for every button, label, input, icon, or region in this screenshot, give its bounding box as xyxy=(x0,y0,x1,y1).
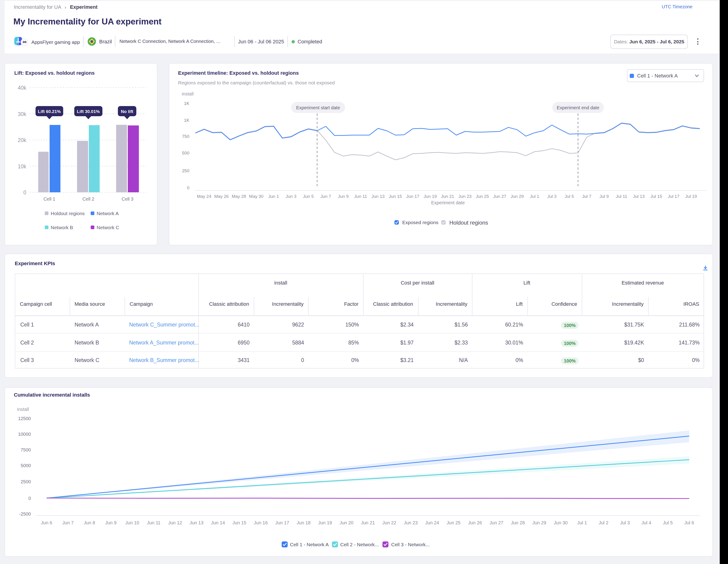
svg-text:500: 500 xyxy=(182,151,189,156)
svg-text:Network A: Network A xyxy=(97,211,119,216)
svg-text:Jun 8: Jun 8 xyxy=(84,520,95,525)
svg-text:Jun 20: Jun 20 xyxy=(340,520,353,525)
svg-text:Jun 6: Jun 6 xyxy=(41,520,52,525)
svg-text:-2500: -2500 xyxy=(19,511,31,516)
svg-text:0: 0 xyxy=(23,190,26,196)
svg-text:Jul 5: Jul 5 xyxy=(663,520,673,525)
svg-text:Jun 5: Jun 5 xyxy=(303,194,314,199)
svg-text:Jun 15: Jun 15 xyxy=(233,520,246,525)
svg-text:Jul 17: Jul 17 xyxy=(668,194,680,199)
svg-text:Holdout regions: Holdout regions xyxy=(51,211,85,216)
svg-text:Jun 13: Jun 13 xyxy=(371,194,385,199)
svg-text:30k: 30k xyxy=(18,111,27,117)
svg-text:Jun 9: Jun 9 xyxy=(105,520,116,525)
svg-text:May 28: May 28 xyxy=(232,194,246,199)
svg-text:May 26: May 26 xyxy=(214,194,229,199)
svg-text:Cell 1 - Network A: Cell 1 - Network A xyxy=(290,542,329,547)
svg-text:Jun 7: Jun 7 xyxy=(62,520,74,525)
svg-text:Jun 15: Jun 15 xyxy=(389,194,402,199)
svg-text:Network B: Network B xyxy=(51,225,73,230)
svg-text:Jul 1: Jul 1 xyxy=(577,520,587,525)
svg-text:Holdout regions: Holdout regions xyxy=(449,220,488,226)
svg-text:Jun 23: Jun 23 xyxy=(404,520,418,525)
svg-text:Jun 10: Jun 10 xyxy=(125,520,139,525)
svg-text:Jun 9: Jun 9 xyxy=(338,194,349,199)
svg-text:Lift 60.21%: Lift 60.21% xyxy=(38,109,61,114)
svg-text:Experiment end date: Experiment end date xyxy=(557,105,600,110)
svg-text:1K: 1K xyxy=(184,101,190,106)
svg-text:10000: 10000 xyxy=(18,432,31,437)
svg-text:2500: 2500 xyxy=(21,479,31,484)
svg-text:Cell 1: Cell 1 xyxy=(43,197,55,202)
svg-text:Jun 17: Jun 17 xyxy=(275,520,289,525)
svg-text:Jun 7: Jun 7 xyxy=(320,194,331,199)
svg-text:750: 750 xyxy=(182,134,189,139)
svg-text:Jun 29: Jun 29 xyxy=(532,520,546,525)
svg-text:Jul 13: Jul 13 xyxy=(633,194,645,199)
svg-text:Jun 22: Jun 22 xyxy=(382,520,396,525)
svg-text:Jul 1: Jul 1 xyxy=(530,194,539,199)
svg-text:Cell 2: Cell 2 xyxy=(82,197,94,202)
svg-text:Exposed regions: Exposed regions xyxy=(402,220,438,225)
svg-text:Jun 14: Jun 14 xyxy=(211,520,225,525)
svg-text:May 30: May 30 xyxy=(249,194,263,199)
svg-text:Jun 28: Jun 28 xyxy=(511,520,525,525)
svg-text:Jun 19: Jun 19 xyxy=(424,194,437,199)
svg-text:Jun 29: Jun 29 xyxy=(510,194,524,199)
svg-text:Jun 17: Jun 17 xyxy=(406,194,419,199)
svg-text:Jun 11: Jun 11 xyxy=(354,194,367,199)
svg-text:Cell 3: Cell 3 xyxy=(122,197,133,202)
svg-text:Jun 25: Jun 25 xyxy=(476,194,489,199)
svg-text:Jul 3: Jul 3 xyxy=(620,520,630,525)
svg-text:Jun 19: Jun 19 xyxy=(318,520,332,525)
svg-text:Experiment date: Experiment date xyxy=(431,200,465,205)
svg-text:Jul 7: Jul 7 xyxy=(582,194,591,199)
svg-text:Jul 15: Jul 15 xyxy=(650,194,662,199)
svg-text:0: 0 xyxy=(187,185,189,190)
svg-text:Jun 26: Jun 26 xyxy=(468,520,482,525)
svg-text:install: install xyxy=(182,91,194,96)
svg-text:10k: 10k xyxy=(18,164,27,170)
svg-text:Jun 21: Jun 21 xyxy=(441,194,454,199)
svg-text:Jul 5: Jul 5 xyxy=(565,194,574,199)
svg-text:Lift 30.01%: Lift 30.01% xyxy=(77,109,100,114)
svg-text:Jun 12: Jun 12 xyxy=(168,520,182,525)
svg-text:Jun 16: Jun 16 xyxy=(254,520,268,525)
svg-text:No lift: No lift xyxy=(121,109,133,114)
svg-text:5000: 5000 xyxy=(21,463,31,468)
svg-text:Jun 27: Jun 27 xyxy=(489,520,503,525)
svg-text:Jul 4: Jul 4 xyxy=(641,520,651,525)
svg-text:40k: 40k xyxy=(18,85,27,91)
svg-text:Cell 3 - Network...: Cell 3 - Network... xyxy=(391,542,430,547)
svg-text:7500: 7500 xyxy=(21,447,31,452)
svg-text:Jul 3: Jul 3 xyxy=(547,194,557,199)
svg-text:Experiment start date: Experiment start date xyxy=(296,105,340,110)
svg-text:Jun 21: Jun 21 xyxy=(361,520,375,525)
svg-text:Jun 25: Jun 25 xyxy=(447,520,460,525)
svg-text:Jul 11: Jul 11 xyxy=(616,194,627,199)
svg-text:Jun 11: Jun 11 xyxy=(147,520,161,525)
svg-text:Jun 3: Jun 3 xyxy=(286,194,296,199)
svg-text:Jul 6: Jul 6 xyxy=(684,520,694,525)
svg-text:Jun 27: Jun 27 xyxy=(493,194,506,199)
svg-text:12500: 12500 xyxy=(18,416,31,421)
svg-text:Jun 23: Jun 23 xyxy=(458,194,471,199)
svg-text:Jun 13: Jun 13 xyxy=(190,520,203,525)
svg-text:Jul 9: Jul 9 xyxy=(600,194,609,199)
svg-text:Cell 2 - Network...: Cell 2 - Network... xyxy=(340,542,379,547)
svg-text:Jun 30: Jun 30 xyxy=(554,520,568,525)
svg-text:Jun 24: Jun 24 xyxy=(425,520,439,525)
svg-text:May 24: May 24 xyxy=(197,194,212,199)
svg-text:250: 250 xyxy=(182,168,189,173)
svg-text:0: 0 xyxy=(28,496,31,501)
svg-text:20k: 20k xyxy=(18,137,27,143)
svg-text:Jul 19: Jul 19 xyxy=(685,194,697,199)
svg-text:Network C: Network C xyxy=(97,225,119,230)
svg-text:Jun 1: Jun 1 xyxy=(268,194,279,199)
svg-text:1K: 1K xyxy=(184,118,190,123)
svg-text:Jul 2: Jul 2 xyxy=(599,520,608,525)
svg-text:install: install xyxy=(17,407,29,412)
svg-text:Jun 18: Jun 18 xyxy=(297,520,310,525)
